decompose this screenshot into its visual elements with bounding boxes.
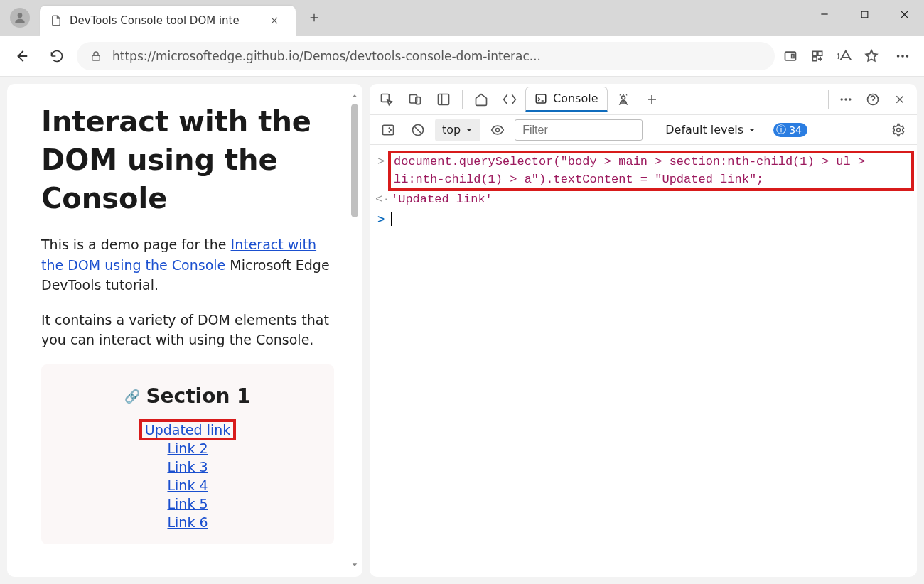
browser-toolbar: https://microsoftedge.github.io/Demos/de… [0, 36, 924, 77]
clear-console-icon[interactable] [405, 117, 431, 143]
output-indicator-icon: <· [375, 191, 387, 209]
svg-rect-7 [812, 56, 817, 60]
back-button[interactable] [6, 45, 37, 67]
svg-rect-6 [818, 51, 822, 55]
more-tools-icon[interactable] [833, 87, 859, 112]
section-link[interactable]: Link 2 [167, 440, 208, 456]
svg-rect-2 [92, 55, 100, 60]
levels-label: Default levels [665, 123, 743, 136]
url-text: https://microsoftedge.github.io/Demos/de… [112, 49, 541, 63]
favorite-icon[interactable] [860, 45, 883, 67]
issues-badge[interactable]: 34 [773, 123, 807, 137]
close-window-button[interactable] [884, 0, 924, 28]
console-settings-icon[interactable] [886, 117, 911, 143]
lock-icon [90, 50, 102, 63]
elements-tab-icon[interactable] [497, 87, 522, 112]
sources-tab-icon[interactable] [611, 87, 636, 112]
profile-button[interactable] [0, 0, 40, 36]
window-controls [805, 0, 924, 28]
dock-side-icon[interactable] [431, 87, 456, 112]
scroll-down-icon[interactable] [351, 561, 358, 568]
address-bar[interactable]: https://microsoftedge.github.io/Demos/de… [77, 42, 775, 70]
section-link[interactable]: Link 5 [167, 496, 208, 512]
svg-rect-5 [812, 51, 817, 55]
chevron-down-icon [465, 126, 473, 134]
content-area: Interact with the DOM using the Console … [0, 77, 924, 584]
list-item: Link 5 [55, 496, 320, 512]
more-menu-icon[interactable] [887, 45, 918, 67]
webpage-viewport: Interact with the DOM using the Console … [7, 84, 362, 577]
filter-input[interactable] [515, 119, 643, 141]
section-heading: 🔗 Section 1 [124, 384, 250, 408]
read-aloud-icon[interactable] [833, 45, 856, 67]
inspect-element-icon[interactable] [374, 87, 399, 112]
svg-point-17 [841, 98, 843, 100]
list-item: Link 2 [55, 440, 320, 456]
browser-tab[interactable]: DevTools Console tool DOM inte [40, 6, 296, 36]
console-prompt-row[interactable]: > [375, 210, 911, 231]
anchor-icon[interactable]: 🔗 [124, 389, 140, 404]
section-link[interactable]: Link 3 [167, 459, 208, 475]
welcome-tab-icon[interactable] [468, 87, 494, 112]
svg-rect-14 [439, 94, 449, 104]
context-label: top [442, 123, 461, 136]
help-icon[interactable] [860, 87, 886, 112]
new-tab-button[interactable] [303, 6, 326, 29]
context-selector[interactable]: top [435, 119, 480, 141]
svg-point-8 [897, 55, 900, 58]
page-title: Interact with the DOM using the Console [41, 102, 334, 217]
intro-paragraph: This is a demo page for the Interact wit… [41, 234, 334, 296]
scrollbar-track[interactable] [350, 90, 360, 571]
refresh-button[interactable] [41, 45, 72, 67]
scrollbar-thumb[interactable] [351, 104, 358, 217]
toggle-sidebar-icon[interactable] [375, 117, 401, 143]
svg-rect-1 [861, 11, 868, 18]
new-tab-icon[interactable] [639, 87, 665, 112]
section-link-updated[interactable]: Updated link [142, 422, 234, 438]
list-item: Link 3 [55, 459, 320, 475]
avatar-icon [10, 8, 30, 28]
svg-point-24 [897, 128, 901, 131]
console-input-row: > document.querySelector("body > main > … [375, 152, 911, 190]
console-result: 'Updated link' [391, 191, 493, 209]
minimize-button[interactable] [805, 0, 844, 28]
window-titlebar: DevTools Console tool DOM inte [0, 0, 924, 36]
list-item: Updated link [55, 422, 320, 438]
svg-point-10 [906, 55, 909, 58]
device-emulation-icon[interactable] [402, 87, 428, 112]
section-card: 🔗 Section 1 Updated link Link 2 Link 3 L… [41, 364, 334, 544]
section-link[interactable]: Link 4 [167, 477, 208, 493]
live-expression-icon[interactable] [485, 117, 510, 143]
section-link-list: Updated link Link 2 Link 3 Link 4 Link 5… [55, 422, 320, 530]
section-link[interactable]: Link 6 [167, 514, 208, 530]
log-levels-dropdown[interactable]: Default levels [665, 123, 756, 136]
chevron-down-icon [748, 126, 756, 134]
close-devtools-icon[interactable] [887, 87, 913, 112]
svg-point-9 [901, 55, 904, 58]
page-icon [50, 14, 63, 27]
separator [828, 90, 829, 109]
devtools-tabbar: Console [370, 84, 917, 115]
separator [462, 90, 463, 109]
prompt-icon: > [375, 212, 387, 229]
issues-count: 34 [789, 124, 802, 136]
scroll-up-icon[interactable] [351, 92, 358, 99]
maximize-button[interactable] [844, 0, 884, 28]
collections-icon[interactable] [806, 45, 829, 67]
console-tab-label: Console [553, 92, 598, 105]
svg-point-19 [849, 98, 851, 100]
input-prompt-icon: > [375, 153, 387, 171]
svg-rect-4 [792, 54, 794, 58]
description-paragraph: It contains a variety of DOM elements th… [41, 310, 334, 350]
console-tab[interactable]: Console [525, 87, 608, 112]
console-toolbar: top Default levels 34 [370, 115, 917, 145]
section-title-text: Section 1 [146, 384, 250, 408]
list-item: Link 6 [55, 514, 320, 530]
reading-view-icon[interactable] [779, 45, 802, 67]
tab-title: DevTools Console tool DOM inte [70, 14, 256, 27]
close-tab-icon[interactable] [263, 9, 286, 32]
svg-point-18 [844, 98, 847, 100]
list-item: Link 4 [55, 477, 320, 493]
console-output[interactable]: > document.querySelector("body > main > … [370, 145, 917, 238]
console-code-highlight: document.querySelector("body > main > se… [391, 153, 911, 188]
